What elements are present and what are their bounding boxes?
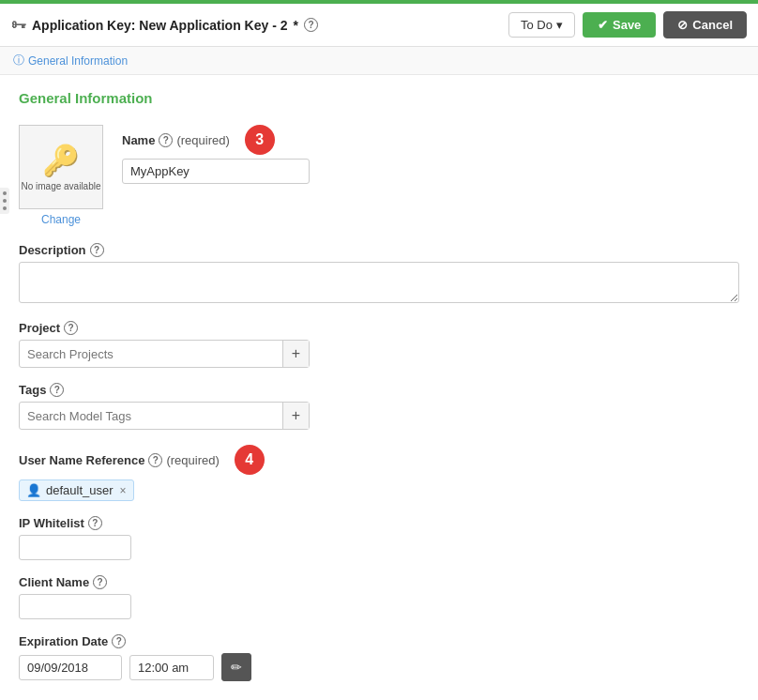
todo-label: To Do: [521, 18, 553, 32]
ip-whitelist-label: IP Whitelist ?: [19, 516, 739, 530]
change-image-link[interactable]: Change: [19, 213, 103, 226]
no-image-text: No image available: [21, 180, 100, 192]
name-help-icon[interactable]: ?: [159, 133, 173, 147]
asterisk: *: [294, 18, 298, 33]
user-chip-close[interactable]: ×: [120, 484, 127, 497]
description-help-icon[interactable]: ?: [90, 243, 104, 257]
form-top-row: 🔑 No image available Change Name ? (requ…: [19, 125, 739, 226]
erase-icon: ✏: [231, 660, 242, 675]
expiration-date-field: Expiration Date ? ✏: [19, 634, 739, 681]
client-name-input[interactable]: [19, 594, 131, 619]
image-box: 🔑 No image available: [19, 125, 103, 209]
client-name-label-text: Client Name: [19, 575, 89, 589]
main-content: General Information 🔑 No image available…: [0, 75, 758, 700]
tags-field: Tags ? +: [19, 383, 739, 430]
top-bar: 🗝 Application Key: New Application Key -…: [0, 4, 758, 47]
date-input[interactable]: [19, 655, 122, 680]
ip-whitelist-field: IP Whitelist ?: [19, 516, 739, 560]
client-name-field: Client Name ?: [19, 575, 739, 619]
username-label-text: User Name Reference: [19, 453, 144, 467]
save-label: Save: [613, 18, 641, 32]
project-help-icon[interactable]: ?: [64, 321, 78, 335]
project-label-text: Project: [19, 321, 60, 335]
nav-dot-1: [3, 191, 7, 195]
project-search-wrapper: +: [19, 340, 310, 368]
ip-whitelist-input[interactable]: [19, 535, 131, 560]
key-icon: 🗝: [11, 17, 26, 34]
name-label: Name ? (required) 3: [122, 125, 310, 155]
description-label: Description ?: [19, 243, 739, 257]
project-add-button[interactable]: +: [282, 341, 309, 367]
description-label-text: Description: [19, 243, 86, 257]
username-help-icon[interactable]: ?: [148, 453, 162, 467]
description-input[interactable]: [19, 262, 739, 303]
expiration-date-label: Expiration Date ?: [19, 634, 739, 648]
project-label: Project ?: [19, 321, 739, 335]
expiration-date-label-text: Expiration Date: [19, 634, 108, 648]
tags-search-wrapper: +: [19, 402, 310, 430]
project-field: Project ? +: [19, 321, 739, 368]
tags-search-input[interactable]: [20, 403, 282, 429]
ip-whitelist-help-icon[interactable]: ?: [88, 516, 102, 530]
datetime-row: ✏: [19, 653, 739, 681]
left-nav: [0, 188, 9, 214]
tags-add-button[interactable]: +: [282, 403, 309, 429]
breadcrumb-bar: ⓘ General Information: [0, 47, 758, 75]
title-help-icon[interactable]: ?: [304, 18, 318, 32]
no-image-icon: 🔑: [42, 143, 80, 178]
project-search-input[interactable]: [20, 342, 282, 367]
step-3-badge: 3: [245, 125, 275, 155]
section-title: General Information: [19, 90, 739, 106]
cancel-label: Cancel: [692, 18, 733, 32]
cancel-block-icon: ⊘: [677, 18, 688, 32]
username-field: User Name Reference ? (required) 4 👤 def…: [19, 445, 739, 501]
username-required: (required): [166, 453, 219, 467]
description-field: Description ?: [19, 243, 739, 306]
name-label-text: Name: [122, 133, 155, 147]
username-label: User Name Reference ? (required) 4: [19, 445, 739, 475]
name-input[interactable]: [122, 159, 310, 184]
name-required: (required): [176, 133, 229, 147]
step-4-badge: 4: [235, 445, 265, 475]
nav-dot-2: [3, 199, 7, 203]
page-title: 🗝 Application Key: New Application Key -…: [11, 17, 501, 34]
nav-dot-3: [3, 206, 7, 210]
cancel-button[interactable]: ⊘ Cancel: [663, 11, 747, 38]
time-input[interactable]: [129, 655, 214, 680]
username-chip: 👤 default_user ×: [19, 479, 134, 501]
client-name-label: Client Name ?: [19, 575, 739, 589]
title-text: Application Key: New Application Key - 2: [32, 18, 288, 33]
breadcrumb-text: General Information: [28, 54, 128, 68]
user-chip-text: default_user: [46, 483, 114, 497]
save-check-icon: ✔: [598, 18, 608, 32]
expiration-date-help-icon[interactable]: ?: [112, 634, 126, 648]
image-container: 🔑 No image available Change: [19, 125, 103, 226]
erase-button[interactable]: ✏: [221, 653, 251, 681]
ip-whitelist-label-text: IP Whitelist: [19, 516, 84, 530]
name-field: Name ? (required) 3: [122, 125, 310, 184]
tags-help-icon[interactable]: ?: [50, 383, 64, 397]
tags-label: Tags ?: [19, 383, 739, 397]
user-chip-icon: 👤: [26, 483, 41, 497]
breadcrumb-info-icon: ⓘ: [13, 53, 24, 68]
save-button[interactable]: ✔ Save: [583, 12, 656, 38]
client-name-help-icon[interactable]: ?: [93, 575, 107, 589]
todo-button[interactable]: To Do ▾: [508, 12, 575, 38]
chevron-down-icon: ▾: [556, 18, 563, 32]
tags-label-text: Tags: [19, 383, 46, 397]
